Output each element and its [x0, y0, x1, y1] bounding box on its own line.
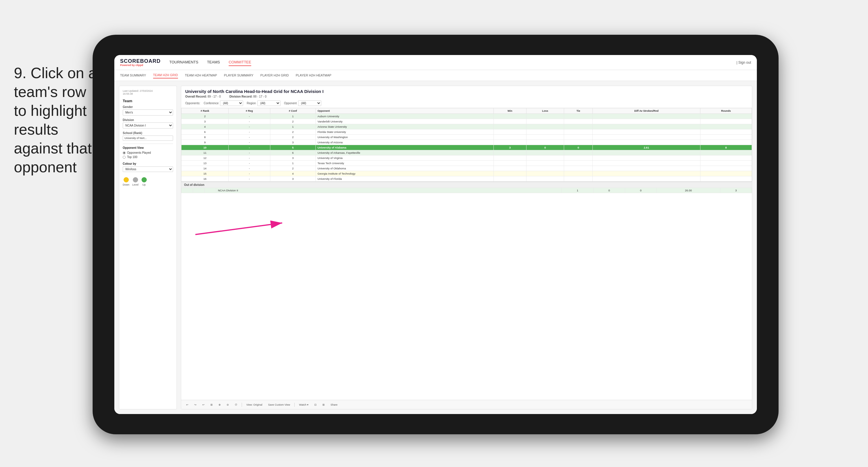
out-div-win: 1	[562, 188, 593, 193]
table-cell	[526, 161, 564, 166]
table-cell: 4	[270, 171, 315, 176]
step-number: 9.	[14, 64, 26, 81]
table-row[interactable]: 9-3University of Arizona	[182, 140, 752, 145]
table-cell	[700, 135, 752, 140]
table-row[interactable]: NCAA Division II 1 0 0 26.00 3	[182, 188, 752, 193]
table-cell: -	[229, 171, 270, 176]
table-cell: 2	[270, 129, 315, 135]
region-select[interactable]: (All)	[257, 100, 280, 106]
share-btn[interactable]: Share	[329, 403, 339, 407]
tab-team-h2h-grid[interactable]: TEAM H2H GRID	[153, 72, 178, 79]
table-cell	[494, 161, 526, 166]
watch-btn[interactable]: Watch ▾	[298, 403, 310, 407]
table-cell	[564, 155, 593, 161]
table-cell: 0	[526, 145, 564, 150]
radio-dot-opponents	[123, 151, 126, 154]
table-row[interactable]: 16-3University of Florida	[182, 176, 752, 181]
nav-sign-out: | Sign out	[737, 60, 751, 64]
table-cell: University of Alabama	[316, 145, 494, 150]
table-row[interactable]: 6-2Florida State University	[182, 129, 752, 135]
sidebar-timestamp: Last Updated: 27/03/2024 16:55:38	[123, 89, 173, 95]
table-cell	[564, 176, 593, 181]
table-cell	[564, 150, 593, 155]
radio-opponents-played[interactable]: Opponents Played	[123, 151, 173, 154]
table-cell	[593, 155, 700, 161]
table-cell: University of Oklahoma	[316, 166, 494, 171]
division-select[interactable]: NCAA Division I	[123, 122, 173, 128]
radio-top-100[interactable]: Top 100	[123, 155, 173, 159]
minus-btn[interactable]: ⊖	[225, 403, 230, 407]
table-row[interactable]: 13-1Texas Tech University	[182, 161, 752, 166]
out-div-tie: 0	[625, 188, 656, 193]
table-cell	[593, 135, 700, 140]
redo-btn[interactable]: ↪	[193, 403, 198, 407]
table-cell: 3	[270, 140, 315, 145]
out-div-loss: 0	[593, 188, 625, 193]
out-division-table: NCAA Division II 1 0 0 26.00 3	[181, 187, 752, 193]
grid-title: University of North Carolina Head-to-Hea…	[185, 89, 748, 94]
table-row[interactable]: 2-1Auburn University	[182, 114, 752, 119]
tab-team-summary[interactable]: TEAM SUMMARY	[120, 72, 146, 78]
tablet-icon-btn[interactable]: ⊡	[313, 403, 318, 407]
table-cell: -	[229, 135, 270, 140]
school-display[interactable]: University of Nort...	[123, 136, 173, 141]
nav-tournaments[interactable]: TOURNAMENTS	[169, 59, 198, 66]
table-cell	[593, 176, 700, 181]
reset-btn[interactable]: ↩	[201, 403, 206, 407]
table-cell	[593, 171, 700, 176]
table-cell	[593, 114, 700, 119]
undo-btn[interactable]: ↩	[185, 403, 190, 407]
top-nav: SCOREBOARD Powered by clippd TOURNAMENTS…	[114, 55, 757, 70]
table-cell	[564, 119, 593, 124]
grid-icon-btn[interactable]: ⊞	[321, 403, 326, 407]
view-original-btn[interactable]: View: Original	[245, 403, 264, 407]
add-btn[interactable]: ⊕	[217, 403, 222, 407]
tab-player-h2h-grid[interactable]: PLAYER H2H GRID	[260, 72, 289, 78]
tab-team-h2h-heatmap[interactable]: TEAM H2H HEATMAP	[185, 72, 217, 78]
gender-select[interactable]: Men's	[123, 110, 173, 116]
table-cell	[700, 171, 752, 176]
table-row[interactable]: 11-6University of Arkansas, Fayetteville	[182, 150, 752, 155]
opponent-select[interactable]: (All)	[298, 100, 321, 106]
table-row[interactable]: 3-2Vanderbilt University	[182, 119, 752, 124]
logo-powered: Powered by clippd	[120, 64, 161, 66]
table-cell: 5	[270, 145, 315, 150]
table-row[interactable]: 14-2University of Oklahoma	[182, 166, 752, 171]
table-cell	[526, 171, 564, 176]
table-cell	[564, 129, 593, 135]
table-cell: University of Arkansas, Fayetteville	[316, 150, 494, 155]
clock-btn[interactable]: ⏱	[233, 403, 239, 407]
divider-1	[123, 144, 173, 144]
table-row[interactable]: 8-2University of Washington	[182, 135, 752, 140]
table-cell: 3	[182, 119, 229, 124]
save-custom-btn[interactable]: Save Custom View	[267, 403, 291, 407]
table-cell: University of Virginia	[316, 155, 494, 161]
col-loss: Loss	[526, 108, 564, 114]
table-row[interactable]: 4-1Arizona State University	[182, 124, 752, 129]
table-cell: -	[229, 124, 270, 129]
out-div-rounds: 3	[720, 188, 752, 193]
table-cell	[593, 119, 700, 124]
table-cell	[700, 176, 752, 181]
table-cell: Arizona State University	[316, 124, 494, 129]
table-row[interactable]: 12-3University of Virginia	[182, 155, 752, 161]
table-cell	[593, 161, 700, 166]
opponent-filter: Opponent (All)	[284, 100, 321, 106]
tab-player-h2h-heatmap[interactable]: PLAYER H2H HEATMAP	[296, 72, 332, 78]
legend-up: Up	[142, 177, 147, 186]
col-rank: # Rank	[182, 108, 229, 114]
table-cell	[564, 161, 593, 166]
table-cell	[494, 150, 526, 155]
colour-by-select[interactable]: Win/loss	[123, 167, 173, 172]
out-div-diff: 26.00	[657, 188, 720, 193]
tab-player-summary[interactable]: PLAYER SUMMARY	[224, 72, 253, 78]
table-cell	[700, 140, 752, 145]
table-cell: 13	[182, 161, 229, 166]
nav-committee[interactable]: COMMITTEE	[229, 59, 251, 66]
table-row[interactable]: 15-4Georgia Institute of Technology	[182, 171, 752, 176]
table-row[interactable]: 10-5University of Alabama3002.618	[182, 145, 752, 150]
crop-btn[interactable]: ⊞	[209, 403, 214, 407]
table-cell: -	[229, 140, 270, 145]
conference-select[interactable]: (All)	[220, 100, 243, 106]
nav-teams[interactable]: TEAMS	[207, 59, 220, 66]
